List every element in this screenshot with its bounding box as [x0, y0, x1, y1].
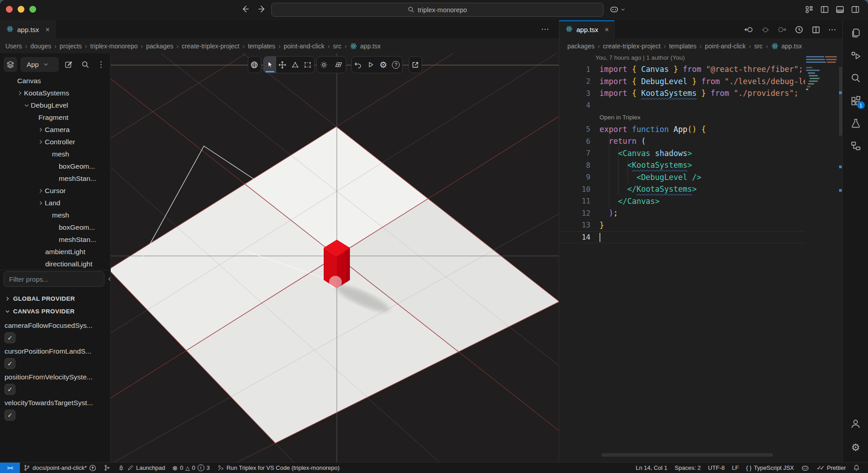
launchpad-status[interactable]: Launchpad [114, 463, 169, 473]
translate-tool-button[interactable] [276, 57, 289, 73]
scene-tree-item[interactable]: Land [0, 197, 111, 209]
chevron-down-icon[interactable] [23, 102, 31, 109]
customize-layout-button[interactable] [805, 5, 814, 14]
zoom-window-button[interactable] [29, 6, 36, 13]
prop-checkbox[interactable]: ✓ [5, 384, 15, 395]
scene-tree-item[interactable]: Canvas [0, 75, 111, 87]
filter-options-button[interactable] [107, 274, 111, 284]
chevron-right-icon[interactable] [37, 127, 45, 133]
prop-checkbox[interactable]: ✓ [5, 410, 15, 421]
scrollbar-thumb[interactable] [839, 67, 842, 136]
scene-tree-item[interactable]: boxGeom... [0, 160, 111, 172]
scene-tree-item[interactable]: Camera [0, 123, 111, 136]
references-button[interactable] [849, 139, 863, 153]
breadcrumb-item[interactable]: templates [248, 43, 275, 50]
breadcrumb-item[interactable]: app.tsx [360, 43, 381, 50]
minimize-window-button[interactable] [18, 6, 24, 13]
prop-checkbox[interactable]: ✓ [5, 332, 15, 343]
run-debug-button[interactable] [849, 48, 863, 63]
indentation-status[interactable]: Spaces: 2 [671, 463, 704, 473]
scene-tree-item[interactable]: directionalLight [0, 258, 111, 270]
breadcrumb-item[interactable]: Users [5, 43, 22, 50]
chevron-right-icon[interactable] [16, 90, 24, 96]
minimap[interactable] [805, 53, 839, 112]
chevron-right-icon[interactable] [37, 188, 45, 194]
search-scene-button[interactable] [79, 57, 92, 72]
scene-panel-menu-button[interactable]: ⋮ [95, 58, 107, 71]
scene-tree-item[interactable]: Controller [0, 136, 111, 148]
breadcrumb-item[interactable]: src [754, 43, 763, 50]
close-window-button[interactable] [6, 6, 13, 13]
next-change-button[interactable] [777, 25, 787, 34]
breadcrumb-item[interactable]: packages [146, 43, 173, 50]
select-tool-button[interactable] [264, 57, 276, 73]
3d-viewport[interactable]: ⚙ ? [111, 53, 559, 462]
scene-tree-item[interactable]: meshStan... [0, 172, 111, 184]
breadcrumb-item[interactable]: app.tsx [782, 43, 802, 50]
help-button[interactable]: ? [390, 57, 402, 73]
search-button[interactable] [849, 71, 863, 85]
breadcrumb-item[interactable]: projects [60, 43, 82, 50]
close-tab-icon[interactable]: × [604, 26, 609, 34]
explorer-button[interactable] [849, 26, 863, 40]
open-external-button[interactable] [409, 57, 422, 73]
editor-more-actions-button[interactable]: ⋯ [541, 24, 549, 34]
command-center-search[interactable]: triplex-monorepo [271, 3, 604, 17]
chevron-right-icon[interactable] [37, 200, 45, 206]
editor-scrollbar[interactable] [839, 53, 842, 462]
breadcrumb-item[interactable]: douges [30, 43, 51, 50]
transform-tool-button[interactable] [289, 57, 302, 73]
git-branch-status[interactable]: docs/point-and-click* [20, 463, 100, 473]
scene-tree-item[interactable]: DebugLevel [0, 99, 111, 111]
scene-tree-item[interactable]: ambientLight [0, 246, 111, 258]
section-canvas-provider[interactable]: CANVAS PROVIDER [5, 305, 106, 317]
problems-status[interactable]: ⊗ 0 △ 0 i 3 [169, 463, 213, 473]
copilot-menu[interactable] [609, 5, 625, 14]
breadcrumb-item[interactable]: triplex-monorepo [90, 43, 138, 50]
layers-button[interactable] [4, 57, 17, 72]
breadcrumb-item[interactable]: point-and-click [284, 43, 325, 50]
lighting-toggle-button[interactable] [317, 57, 331, 73]
chevron-right-icon[interactable] [37, 139, 45, 145]
extensions-button[interactable]: 1 [849, 94, 863, 108]
testing-button[interactable] [849, 116, 863, 131]
breadcrumb-item[interactable]: templates [669, 43, 697, 50]
region-select-tool-button[interactable] [302, 57, 314, 73]
play-button[interactable] [364, 57, 377, 73]
notifications-status[interactable] [849, 463, 863, 473]
toggle-panel-button[interactable] [835, 5, 844, 14]
undo-button[interactable] [352, 57, 364, 73]
prop-checkbox[interactable]: ✓ [5, 358, 15, 369]
scene-tree-item[interactable]: mesh [0, 209, 111, 221]
scene-tree-item[interactable]: mesh [0, 148, 111, 160]
manage-settings-button[interactable]: ⚙ [849, 440, 863, 455]
world-tool-button[interactable] [248, 57, 261, 73]
scene-tree-item[interactable]: boxGeom... [0, 221, 111, 233]
scene-tree-item[interactable]: meshStan... [0, 233, 111, 246]
more-actions-button[interactable]: ⋯ [828, 25, 836, 34]
grid-toggle-button[interactable] [331, 57, 346, 73]
history-forward-button[interactable] [257, 4, 268, 16]
component-selector[interactable]: App [20, 57, 59, 72]
close-tab-icon[interactable]: × [45, 26, 49, 34]
run-or-debug-button[interactable] [794, 25, 804, 34]
breadcrumb-item[interactable]: src [333, 43, 341, 50]
breadcrumb-item[interactable]: create-triplex-project [182, 43, 240, 50]
previous-change-button[interactable] [761, 26, 769, 34]
tab-app-tsx-left[interactable]: app.tsx × [0, 20, 56, 39]
scene-tree-item[interactable]: Cursor [0, 184, 111, 197]
open-changes-button[interactable] [744, 25, 754, 34]
breadcrumb-item[interactable]: create-triplex-project [603, 43, 661, 50]
remote-indicator[interactable]: >< [0, 463, 20, 473]
run-triplex-status[interactable]: Run Triplex for VS Code (triplex-monorep… [213, 463, 343, 473]
language-status[interactable]: { } TypeScript JSX [742, 463, 797, 473]
formatter-status[interactable]: ✓✓ Prettier [813, 463, 849, 473]
horizontal-scrollbar[interactable] [601, 453, 773, 457]
code-editor[interactable]: You, 7 hours ago | 1 author (You) 1impor… [559, 53, 842, 462]
account-button[interactable] [849, 416, 863, 430]
section-global-provider[interactable]: GLOBAL PROVIDER [5, 292, 106, 305]
settings-button[interactable]: ⚙ [377, 57, 390, 73]
codelens-open-in-triplex[interactable]: Open in Triplex [599, 114, 641, 121]
copilot-status[interactable] [797, 463, 813, 473]
eol-status[interactable]: LF [728, 463, 742, 473]
